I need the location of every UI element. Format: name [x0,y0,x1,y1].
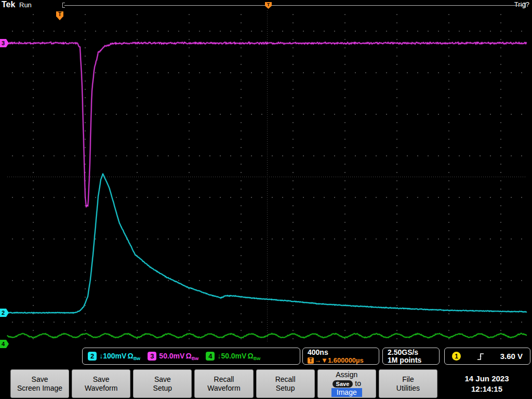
assign-save-to-row: Save to [332,379,361,388]
acquisition-status: Run [19,1,32,9]
horizontal-delay: T →▼ 1.600000µs [308,356,379,364]
tek-logo: Tek [2,0,15,9]
button-label: Setup [276,384,295,393]
ch2-bandwidth: Bw [134,356,141,361]
ch2-scale: ↓100mV [99,352,126,360]
file-utilities-button[interactable]: File Utilities [379,369,437,398]
recall-setup-button[interactable]: Recall Setup [256,369,315,398]
bottom-menu: Save Screen Image Save Waveform Save Set… [10,369,437,398]
ch4-readout[interactable]: 4 ↓50.0mV Ω Bw [206,352,260,361]
ch4-scale: ↓50.0mV [217,352,246,360]
assign-target-image: Image [331,388,362,397]
sample-rate: 2.50GS/s [388,349,439,356]
trigger-rising-edge-icon [476,352,485,361]
record-right-bracket [523,3,526,8]
assign-save-button[interactable]: Assign Save to Image [317,369,376,398]
button-label: Assign [336,370,357,379]
record-length: 1M points [388,356,439,364]
ch2-badge: 2 [88,352,97,361]
trigger-readout-box[interactable]: 1 3.60 V [444,348,530,365]
save-key-badge: Save [332,380,353,388]
ch4-bandwidth: Bw [254,356,261,361]
save-screen-image-button[interactable]: Save Screen Image [10,369,69,398]
button-label: Waveform [207,384,240,393]
center-horizontal-gridline [7,177,527,177]
time-text: 12:14:15 [471,384,502,393]
button-label: File [402,375,414,384]
delay-value: 1.600000µs [328,356,364,364]
button-label: to [355,379,361,388]
ch3-bandwidth: Bw [192,356,199,361]
button-label: Save [93,375,110,384]
ch4-badge: 4 [206,352,215,361]
button-label: Recall [214,375,234,384]
ch3-badge: 3 [148,352,156,361]
button-label: Waveform [85,384,117,393]
ch3-scale: 50.0mV [159,352,184,360]
button-label: Utilities [396,384,420,393]
graticule [7,10,527,343]
ch3-readout[interactable]: 3 50.0mV Ω Bw [148,352,198,361]
ch4-coupling: Ω [247,352,253,360]
button-label: Save [32,375,48,384]
ch2-readout[interactable]: 2 ↓100mV Ω Bw [88,352,140,361]
save-waveform-button[interactable]: Save Waveform [72,369,130,398]
button-label: Recall [275,375,296,384]
oscilloscope-screen: Tek Run Trig? T T 3 2 4 2 ↓100mV Ω Bw 3 … [0,0,532,399]
delay-arrow-icon: →▼ [314,356,328,364]
datetime-display: 14 Jun 2023 12:14:15 [442,369,532,398]
record-line [64,5,524,6]
ch2-coupling: Ω [127,352,133,360]
record-trigger-icon: T [265,2,272,9]
trigger-level: 3.60 V [500,352,523,361]
record-view-bar: T [62,2,526,9]
acquisition-readout-box[interactable]: 2.50GS/s 1M points [382,348,440,365]
save-setup-button[interactable]: Save Setup [133,369,192,398]
date-text: 14 Jun 2023 [464,374,509,383]
trigger-source-badge: 1 [452,352,461,361]
horizontal-scale: 400ns [308,349,379,356]
recall-waveform-button[interactable]: Recall Waveform [194,369,253,398]
horizontal-readout-box[interactable]: 400ns T →▼ 1.600000µs [302,348,379,365]
ch3-coupling: Ω [185,352,191,360]
button-label: Screen Image [17,384,62,393]
delay-trigger-icon: T [308,357,314,364]
button-label: Setup [153,384,172,393]
channel-readouts-box[interactable]: 2 ↓100mV Ω Bw 3 50.0mV Ω Bw 4 ↓50.0mV Ω … [82,348,300,365]
button-label: Save [154,375,171,384]
